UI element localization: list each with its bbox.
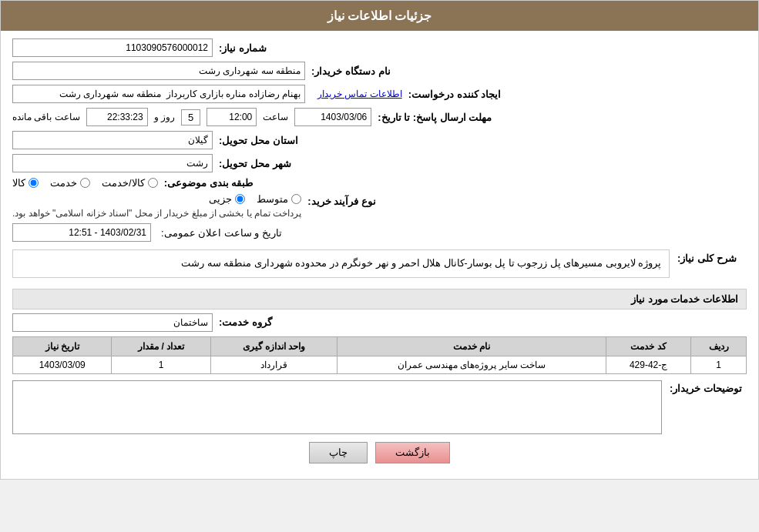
cell-count: 1 bbox=[112, 356, 210, 373]
col-date: تاریخ نیاز bbox=[13, 336, 112, 356]
announce-label: تاریخ و ساعت اعلان عمومی: bbox=[161, 227, 282, 239]
deadline-label: مهلت ارسال پاسخ: تا تاریخ: bbox=[378, 112, 492, 123]
services-table: ردیف کد خدمت نام خدمت واحد اندازه گیری ت… bbox=[12, 336, 747, 374]
category-label: طبقه بندی موضوعی: bbox=[164, 177, 254, 189]
category-radio-group: کالا/خدمت خدمت کالا bbox=[12, 177, 158, 189]
col-radif: ردیف bbox=[691, 336, 747, 356]
radio-motavaset-label: متوسط bbox=[257, 193, 288, 205]
cell-name: ساخت سایر پروژه‌های مهندسی عمران bbox=[338, 356, 606, 373]
radio-jozi[interactable] bbox=[235, 194, 245, 204]
description-section-label: شرح کلی نیاز: bbox=[677, 249, 747, 264]
print-button[interactable]: چاپ bbox=[309, 442, 368, 463]
creator-input bbox=[12, 85, 305, 103]
process-note: پرداخت تمام یا بخشی از مبلغ خریدار از مح… bbox=[12, 208, 301, 219]
service-group-input bbox=[12, 313, 213, 332]
nam-label: نام دستگاه خریدار: bbox=[311, 65, 391, 77]
radio-kala-khadamat[interactable] bbox=[148, 178, 158, 188]
radio-kala[interactable] bbox=[29, 178, 39, 188]
cell-radif: 1 bbox=[691, 356, 747, 373]
nam-input bbox=[12, 62, 305, 80]
remaining-days-label: روز و bbox=[154, 112, 175, 122]
page-title: جزئیات اطلاعات نیاز bbox=[1, 1, 758, 31]
announce-input bbox=[12, 223, 151, 242]
radio-jozi-item[interactable]: جزیی bbox=[209, 193, 245, 205]
service-group-label: گروه خدمت: bbox=[219, 316, 288, 328]
services-section-header: اطلاعات خدمات مورد نیاز bbox=[12, 289, 747, 309]
notes-label: توضیحات خریدار: bbox=[670, 380, 747, 394]
shomar-input[interactable] bbox=[12, 38, 213, 57]
radio-khadamat-item[interactable]: خدمت bbox=[50, 177, 90, 189]
radio-motavaset[interactable] bbox=[291, 194, 301, 204]
process-label: نوع فرآیند خرید: bbox=[307, 193, 377, 207]
deadline-time-label: ساعت bbox=[263, 112, 288, 122]
radio-kala-khadamat-item[interactable]: کالا/خدمت bbox=[102, 177, 158, 189]
col-code: کد خدمت bbox=[606, 336, 691, 356]
province-label: استان محل تحویل: bbox=[219, 135, 298, 146]
radio-khadamat[interactable] bbox=[80, 178, 90, 188]
creator-link[interactable]: اطلاعات تماس خریدار bbox=[317, 89, 402, 99]
radio-kala-item[interactable]: کالا bbox=[12, 177, 39, 189]
cell-code: ج-42-429 bbox=[606, 356, 691, 373]
radio-kala-label: کالا bbox=[12, 177, 25, 189]
radio-khadamat-label: خدمت bbox=[50, 177, 77, 189]
province-input bbox=[12, 131, 213, 149]
cell-date: 1403/03/09 bbox=[13, 356, 112, 373]
remaining-days-value: 5 bbox=[181, 109, 200, 125]
radio-jozi-label: جزیی bbox=[209, 193, 232, 205]
col-unit: واحد اندازه گیری bbox=[210, 336, 337, 356]
radio-motavaset-item[interactable]: متوسط bbox=[257, 193, 301, 205]
shomar-label: شماره نیاز: bbox=[219, 42, 288, 54]
table-row: 1 ج-42-429 ساخت سایر پروژه‌های مهندسی عم… bbox=[13, 356, 747, 373]
city-input bbox=[12, 154, 213, 172]
col-name: نام خدمت bbox=[338, 336, 606, 356]
notes-textarea[interactable] bbox=[12, 380, 662, 434]
deadline-time-input bbox=[207, 108, 257, 126]
creator-label: ایجاد کننده درخواست: bbox=[408, 89, 502, 100]
buttons-row: بازگشت چاپ bbox=[12, 442, 747, 463]
deadline-date-input bbox=[294, 108, 371, 126]
col-count: تعداد / مقدار bbox=[112, 336, 210, 356]
remaining-time-label: ساعت باقی مانده bbox=[12, 112, 80, 122]
back-button[interactable]: بازگشت bbox=[375, 442, 450, 463]
city-label: شهر محل تحویل: bbox=[219, 158, 291, 169]
notes-area: توضیحات خریدار: bbox=[12, 380, 747, 434]
remaining-time-input bbox=[86, 108, 148, 126]
process-radio-group: متوسط جزیی bbox=[12, 193, 301, 205]
description-box: پروژه لایروبی مسیرهای پل زرجوب تا پل بوس… bbox=[12, 249, 670, 278]
radio-kala-khadamat-label: کالا/خدمت bbox=[102, 177, 145, 189]
cell-unit: قرارداد bbox=[210, 356, 337, 373]
